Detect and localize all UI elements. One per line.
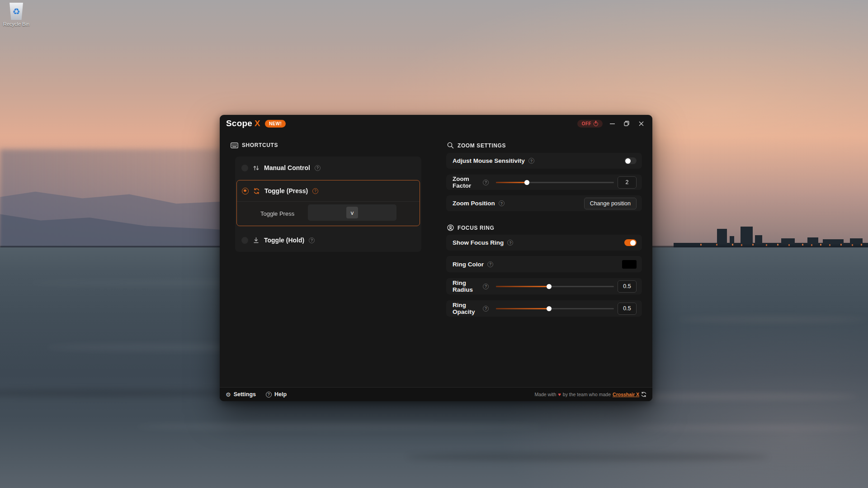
toggle-hold-radio[interactable] [241,237,248,244]
zoom-factor-help-icon[interactable]: ? [483,180,489,185]
zoom-factor-label: Zoom Factor [453,175,479,189]
app-logo: ScopeX [226,118,260,128]
row-adjust-mouse-sensitivity: Adjust Mouse Sensitivity ? [446,153,642,169]
row-zoom-position: Zoom Position ? Change position [446,195,642,211]
recycle-bin-shortcut[interactable]: ♻ Recycle Bin [2,3,31,27]
scope-x-window: ScopeX NEW! OFF [220,115,652,401]
ring-color-swatch[interactable] [622,260,637,269]
option-toggle-press[interactable]: Toggle (Press) ? [237,180,420,201]
ring-color-label: Ring Color [453,261,484,268]
close-button[interactable] [636,118,646,128]
ring-color-help-icon[interactable]: ? [487,261,493,267]
manual-control-radio[interactable] [241,165,248,171]
option-manual-control[interactable]: Manual Control ? [235,156,421,179]
focus-ring-icon [447,224,454,231]
row-ring-color: Ring Color ? [446,256,642,272]
change-position-button[interactable]: Change position [584,198,637,209]
row-ring-radius: Ring Radius ? 0.5 [446,278,642,294]
row-ring-opacity: Ring Opacity ? 0.5 [446,300,642,317]
manual-control-label: Manual Control [264,164,310,171]
shortcuts-panel: SHORTCUTS Manual Control ? [231,132,422,387]
up-down-arrows-icon [253,165,259,171]
slider-knob[interactable] [547,306,552,311]
selected-option-card: Toggle (Press) ? Toggle Press v [236,180,420,226]
row-zoom-factor: Zoom Factor ? 2 [446,175,642,190]
slider-knob[interactable] [524,180,529,185]
zoom-settings-header: ZOOM SETTINGS [447,142,506,149]
toggle-hold-help-icon[interactable]: ? [309,237,315,243]
window-footer: ⚙ Settings ? Help Made with ♥ by the tea… [220,387,652,401]
focus-ring-header-label: FOCUS RING [458,225,494,231]
wave-streak [407,452,769,461]
ring-radius-slider[interactable] [496,283,614,289]
power-toggle-button[interactable]: OFF [577,120,603,128]
power-icon [594,121,598,126]
wave-streak [633,425,868,431]
show-focus-ring-label: Show Focus Ring [453,239,504,246]
ring-opacity-label: Ring Opacity [453,302,479,315]
cycle-icon [253,188,260,194]
manual-control-help-icon[interactable]: ? [315,165,321,171]
ring-opacity-slider[interactable] [496,305,614,312]
wave-streak [136,423,542,430]
show-focus-ring-help-icon[interactable]: ? [507,240,513,246]
ring-opacity-help-icon[interactable]: ? [483,306,489,312]
settings-menu-button[interactable]: ⚙ Settings [226,391,256,398]
mouse-sensitivity-help-icon[interactable]: ? [528,158,534,164]
wave-streak [678,317,868,322]
ring-radius-label: Ring Radius [453,280,479,293]
shortcuts-header-label: SHORTCUTS [242,142,278,148]
crosshair-x-link[interactable]: Crosshair X [613,392,639,397]
keybind-label: Toggle Press [260,210,294,217]
ring-opacity-value: 0.5 [618,303,637,315]
toggle-hold-label: Toggle (Hold) [264,237,304,244]
zoom-factor-value: 2 [618,176,637,189]
mouse-sensitivity-label: Adjust Mouse Sensitivity [453,157,525,164]
credit-text: Made with ♥ by the team who made Crossha… [534,392,646,397]
shortcuts-header: SHORTCUTS [231,142,278,148]
titlebar[interactable]: ScopeX NEW! OFF [220,115,652,132]
maximize-button[interactable] [622,118,632,128]
press-down-icon [253,237,259,244]
toggle-press-label: Toggle (Press) [264,187,308,194]
keybind-input[interactable]: v [308,204,396,221]
help-menu-button[interactable]: ? Help [266,391,287,398]
toggle-press-help-icon[interactable]: ? [312,188,318,194]
keycap: v [346,207,358,218]
show-focus-ring-toggle[interactable] [624,239,637,246]
minimize-button[interactable] [607,118,617,128]
magnifier-icon [447,142,454,149]
help-icon: ? [266,392,272,398]
power-state-label: OFF [582,121,591,126]
heart-icon: ♥ [558,392,561,397]
recycle-bin-icon: ♻ [9,3,24,20]
settings-panel: ZOOM SETTINGS Adjust Mouse Sensitivity ?… [446,132,642,387]
zoom-position-help-icon[interactable]: ? [499,200,505,206]
new-badge: NEW! [265,120,286,128]
keyboard-icon [231,142,238,148]
help-label: Help [274,391,287,398]
shortcuts-card: Manual Control ? Toggle (Press) ? Toggle… [235,156,421,252]
zoom-position-label: Zoom Position [453,200,495,207]
mouse-sensitivity-toggle[interactable] [624,157,637,164]
focus-ring-header: FOCUS RING [447,224,494,231]
toggle-press-radio[interactable] [242,188,249,194]
sync-icon[interactable] [641,392,646,397]
zoom-settings-header-label: ZOOM SETTINGS [458,142,506,149]
row-show-focus-ring: Show Focus Ring ? [446,235,642,251]
ring-radius-value: 0.5 [618,280,637,293]
ring-radius-help-icon[interactable]: ? [483,284,489,289]
zoom-factor-slider[interactable] [496,179,614,185]
settings-label: Settings [234,391,256,398]
credit-middle: by the team who made [563,392,611,397]
option-toggle-hold[interactable]: Toggle (Hold) ? [235,229,421,251]
credit-prefix: Made with [534,392,556,397]
gear-icon: ⚙ [226,392,231,398]
slider-knob[interactable] [547,284,552,289]
wallpaper-city-skyline [674,226,868,248]
recycle-bin-label: Recycle Bin [2,21,31,27]
